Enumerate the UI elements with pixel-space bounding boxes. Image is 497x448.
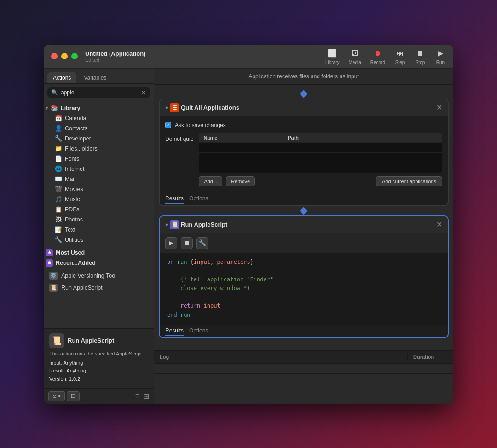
script-card-icon: 📜	[170, 220, 179, 229]
title-info: Untitled (Application) Edited	[85, 50, 325, 63]
utilities-icon: 🔧	[55, 236, 62, 244]
bottom-meta: Input: Anything Result: Anything Version…	[49, 359, 148, 384]
library-button[interactable]: ⬜ Library	[325, 48, 340, 65]
add-button[interactable]: Add...	[199, 176, 222, 186]
duration-label: Duration	[407, 354, 453, 360]
run-label: Run	[436, 60, 445, 65]
search-clear-icon[interactable]: ✕	[141, 89, 146, 96]
footer-left: ⊙ ▾ ☐	[48, 391, 80, 401]
quit-all-applications-card: ▾ ☰ Quit All Applications ✕ ✓ Ask to sav…	[159, 99, 449, 206]
log-row-left	[154, 374, 407, 384]
sidebar-files-label: Files...olders	[65, 145, 98, 152]
log-row	[154, 394, 453, 404]
list-view-icon[interactable]: ≡	[135, 392, 139, 401]
log-row	[154, 373, 453, 384]
sidebar-item-utilities[interactable]: 🔧 Utilities	[44, 235, 154, 245]
remove-button[interactable]: Remove	[226, 176, 255, 186]
sidebar-item-pdfs[interactable]: 📋 PDFs	[44, 204, 154, 215]
sidebar-movies-label: Movies	[65, 186, 83, 192]
sidebar-item-music[interactable]: 🎵 Music	[44, 194, 154, 204]
run-applescript-icon: 📜	[49, 284, 58, 292]
stop-button[interactable]: ⏹ Stop	[415, 48, 426, 65]
add-current-applications-button[interactable]: Add current applications	[376, 176, 442, 186]
sidebar-library-label: Library	[61, 105, 80, 111]
sidebar-utilities-label: Utilities	[65, 237, 83, 243]
window-subtitle: Edited	[85, 57, 325, 63]
sidebar: Actions Variables 🔍 ✕ ▾ 📚 Library 📅	[44, 69, 154, 404]
close-button[interactable]	[51, 53, 58, 59]
sidebar-item-developer[interactable]: 🔧 Developer	[44, 134, 154, 144]
result-apple-versioning[interactable]: ⚙️ Apple Versioning Tool	[44, 270, 154, 282]
sidebar-item-movies[interactable]: 🎬 Movies	[44, 184, 154, 194]
log-row-left	[154, 364, 407, 373]
record-button[interactable]: ⏺ Record	[370, 48, 385, 65]
script-tab-options[interactable]: Options	[189, 326, 208, 336]
mail-icon: ✉️	[55, 175, 62, 183]
sidebar-item-calendar[interactable]: 📅 Calendar	[44, 113, 154, 123]
run-icon: ▶	[435, 48, 446, 59]
checkmark-icon: ✓	[167, 122, 170, 128]
log-bar: Log Duration	[154, 350, 453, 363]
tab-variables[interactable]: Variables	[78, 72, 112, 83]
sidebar-recently-added-item[interactable]: ⊕ Recen...Added	[44, 258, 154, 268]
script-card-close-icon[interactable]: ✕	[436, 220, 442, 229]
sidebar-item-mail[interactable]: ✉️ Mail	[44, 174, 154, 184]
sidebar-pdfs-label: PDFs	[65, 206, 79, 213]
stop-label: Stop	[416, 60, 425, 65]
footer-circle-button[interactable]: ⊙ ▾	[48, 391, 65, 401]
sidebar-item-text[interactable]: 📝 Text	[44, 225, 154, 235]
main-window: Untitled (Application) Edited ⬜ Library …	[44, 45, 453, 404]
step-button[interactable]: ⏭ Step	[394, 48, 405, 65]
stop-icon: ⏹	[415, 48, 426, 59]
sidebar-music-label: Music	[65, 196, 80, 203]
quit-card-title: Quit All Applications	[181, 104, 433, 111]
ask-save-label: Ask to save changes	[175, 122, 226, 128]
quit-tab-options[interactable]: Options	[189, 194, 208, 204]
run-button[interactable]: ▶ Run	[435, 48, 446, 65]
flow-connector-top	[159, 89, 449, 99]
col-path-header: Path	[288, 135, 438, 140]
music-icon: 🎵	[55, 196, 62, 203]
sidebar-item-internet[interactable]: 🌐 Internet	[44, 164, 154, 174]
connector-diamond-top	[300, 90, 308, 98]
quit-card-chevron[interactable]: ▾	[165, 105, 168, 111]
maximize-button[interactable]	[71, 53, 78, 59]
sidebar-item-photos[interactable]: 🖼 Photos	[44, 215, 154, 225]
tab-actions[interactable]: Actions	[47, 72, 76, 83]
sidebar-item-contacts[interactable]: 👤 Contacts	[44, 123, 154, 134]
window-title: Untitled (Application)	[85, 50, 325, 57]
step-icon: ⏭	[394, 48, 405, 59]
sidebar-item-files[interactable]: 📁 Files...olders	[44, 144, 154, 154]
step-label: Step	[395, 60, 405, 65]
script-wrench-button[interactable]: 🔧	[196, 237, 208, 249]
quit-card-close-icon[interactable]: ✕	[436, 103, 442, 112]
script-card-chevron[interactable]: ▾	[165, 221, 168, 228]
footer-checkbox-button[interactable]: ☐	[67, 391, 80, 401]
minimize-button[interactable]	[61, 53, 68, 59]
sidebar-library-item[interactable]: ▾ 📚 Library	[44, 103, 154, 113]
result-run-applescript[interactable]: 📜 Run AppleScript	[44, 282, 154, 294]
run-applescript-card: ▾ 📜 Run AppleScript ✕ ▶ ⏹ 🔧 on run {inpu…	[159, 215, 449, 338]
quit-tab-results[interactable]: Results	[165, 194, 184, 204]
sidebar-internet-label: Internet	[65, 166, 84, 172]
script-tab-results[interactable]: Results	[165, 326, 184, 336]
result-label: Result:	[49, 368, 65, 373]
grid-view-icon[interactable]: ⊞	[143, 392, 149, 401]
media-button[interactable]: 🖼 Media	[349, 48, 361, 65]
col-name-header: Name	[203, 135, 278, 140]
connector-diamond-middle	[300, 207, 308, 215]
do-not-quit-row: Do not quit: Name Path	[165, 133, 442, 186]
sidebar-text-label: Text	[65, 227, 75, 233]
script-card-footer-tabs: Results Options	[160, 324, 448, 337]
ask-save-checkbox[interactable]: ✓	[165, 122, 171, 128]
log-label: Log	[154, 354, 407, 360]
script-play-button[interactable]: ▶	[165, 237, 177, 249]
version-label: Version:	[49, 376, 68, 382]
script-stop-button[interactable]: ⏹	[181, 237, 193, 249]
sidebar-item-fonts[interactable]: 📄 Fonts	[44, 154, 154, 164]
search-input[interactable]	[61, 89, 138, 96]
most-used-icon: ★	[46, 249, 53, 256]
script-editor[interactable]: on run {input, parameters} (* tell appli…	[160, 253, 448, 324]
sidebar-most-used-item[interactable]: ★ Most Used	[44, 248, 154, 258]
bottom-info-panel: 📜 Run AppleScript This action runs the s…	[44, 328, 154, 388]
